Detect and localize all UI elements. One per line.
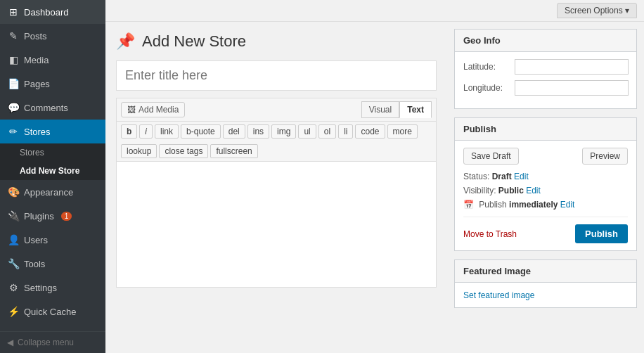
toolbar-btn-ol[interactable]: ol (318, 124, 336, 139)
editor-tabs: Visual Text (361, 101, 432, 118)
add-media-button[interactable]: 🖼 Add Media (121, 102, 185, 117)
toolbar-btn-lookup[interactable]: lookup (121, 144, 157, 158)
longitude-input[interactable] (515, 80, 629, 96)
page-title: Add New Store (142, 32, 246, 51)
settings-icon: ⚙ (7, 281, 20, 294)
sidebar: ⊞ Dashboard ✎ Posts ◧ Media 📄 Pages 💬 Co… (0, 0, 105, 353)
latitude-label: Latitude: (463, 62, 509, 72)
featured-image-box: Featured Image Set featured image (454, 259, 637, 308)
toolbar-btn-ins[interactable]: ins (247, 124, 269, 139)
preview-button[interactable]: Preview (582, 148, 628, 165)
screen-options-button[interactable]: Screen Options (557, 3, 637, 18)
publish-label: Publish (479, 200, 506, 210)
save-draft-button[interactable]: Save Draft (463, 148, 519, 165)
sidebar-item-stores[interactable]: ✏ Stores (0, 120, 105, 143)
publish-title: Publish (455, 118, 636, 141)
editor-body[interactable] (116, 161, 437, 288)
visibility-row: Visibility: Public Edit (463, 186, 628, 195)
toolbar-btn-li[interactable]: li (338, 124, 353, 139)
longitude-row: Longitude: (463, 80, 628, 96)
status-edit-link[interactable]: Edit (514, 172, 529, 181)
toolbar-btn-bold[interactable]: b (121, 124, 137, 139)
add-media-icon: 🖼 (127, 105, 136, 115)
sidebar-item-pages[interactable]: 📄 Pages (0, 72, 105, 96)
toolbar-btn-ul[interactable]: ul (298, 124, 316, 139)
sidebar-item-comments[interactable]: 💬 Comments (0, 96, 105, 120)
add-media-label: Add Media (139, 105, 179, 115)
toolbar-btn-italic[interactable]: i (139, 124, 153, 139)
toolbar-btn-code[interactable]: code (355, 124, 385, 139)
latitude-row: Latitude: (463, 59, 628, 75)
sidebar-item-posts[interactable]: ✎ Posts (0, 24, 105, 48)
visibility-edit-link[interactable]: Edit (526, 186, 541, 195)
sidebar-item-settings[interactable]: ⚙ Settings (0, 276, 105, 300)
publish-time-row: 📅 Publish immediately Edit (463, 200, 628, 210)
topbar: Screen Options (105, 0, 644, 22)
toolbar-top: 🖼 Add Media Visual Text (117, 98, 436, 122)
collapse-label: Collapse menu (18, 338, 74, 347)
geo-info-box: Geo Info Latitude: Longitude: (454, 29, 637, 109)
editor-toolbar: 🖼 Add Media Visual Text b i link b-quote… (116, 98, 437, 161)
sidebar-item-plugins[interactable]: 🔌 Plugins 1 (0, 204, 105, 228)
set-featured-image-link[interactable]: Set featured image (463, 290, 534, 300)
publish-immediately: immediately (509, 200, 558, 210)
submenu-item-stores[interactable]: Stores (0, 143, 105, 162)
tab-text[interactable]: Text (399, 101, 432, 118)
content-area: 📌 Add New Store 🖼 Add Media Visual Text (105, 22, 644, 353)
toolbar-btn-close-tags[interactable]: close tags (159, 144, 208, 158)
sidebar-item-label: Settings (24, 283, 57, 293)
collapse-menu-button[interactable]: ◀ Collapse menu (0, 332, 105, 353)
publish-time-edit-link[interactable]: Edit (560, 200, 575, 210)
sidebar-item-label: Pages (24, 79, 50, 89)
users-icon: 👤 (7, 233, 20, 246)
media-icon: ◧ (7, 53, 20, 66)
sidebar-item-quick-cache[interactable]: ⚡ Quick Cache (0, 300, 105, 323)
publish-box: Publish Save Draft Preview Status: Draft… (454, 117, 637, 251)
status-value: Draft (492, 172, 512, 181)
publish-row: Move to Trash Publish (463, 217, 628, 243)
page-title-icon: 📌 (116, 32, 135, 51)
calendar-icon: 📅 (463, 200, 474, 210)
sidebar-item-label: Comments (24, 103, 68, 113)
page-title-row: 📌 Add New Store (116, 32, 437, 51)
sidebar-item-tools[interactable]: 🔧 Tools (0, 252, 105, 276)
appearance-icon: 🎨 (7, 186, 20, 198)
geo-info-title: Geo Info (455, 30, 636, 52)
sidebar-item-users[interactable]: 👤 Users (0, 228, 105, 252)
latitude-input[interactable] (515, 59, 629, 75)
sidebar-item-label: Tools (24, 259, 45, 269)
move-to-trash-link[interactable]: Move to Trash (463, 229, 517, 239)
sidebar-item-label: Media (24, 55, 49, 65)
plugins-badge: 1 (61, 212, 72, 221)
stores-submenu: Stores Add New Store (0, 143, 105, 180)
toolbar-btn-img[interactable]: img (271, 124, 296, 139)
publish-body: Save Draft Preview Status: Draft Edit Vi… (455, 141, 636, 250)
quick-cache-icon: ⚡ (7, 305, 20, 318)
title-input[interactable] (116, 60, 437, 91)
toolbar-btn-link[interactable]: link (155, 124, 179, 139)
submenu-item-add-new-store[interactable]: Add New Store (0, 162, 105, 180)
sidebar-item-appearance[interactable]: 🎨 Appearance (0, 180, 105, 204)
sidebar-item-label: Posts (24, 31, 47, 41)
sidebar-item-label: Dashboard (24, 7, 69, 18)
plugins-icon: 🔌 (7, 210, 20, 222)
toolbar-btn-fullscreen[interactable]: fullscreen (210, 144, 257, 158)
featured-image-body: Set featured image (455, 283, 636, 307)
toolbar-btn-del[interactable]: del (223, 124, 245, 139)
editor-area: 📌 Add New Store 🖼 Add Media Visual Text (105, 22, 447, 353)
toolbar-btn-bquote[interactable]: b-quote (181, 124, 221, 139)
toolbar-btn-more[interactable]: more (387, 124, 418, 139)
sidebar-item-dashboard[interactable]: ⊞ Dashboard (0, 0, 105, 24)
publish-action-row: Save Draft Preview (463, 148, 628, 165)
dashboard-icon: ⊞ (7, 6, 20, 18)
longitude-label: Longitude: (463, 83, 509, 93)
tab-visual[interactable]: Visual (361, 101, 399, 118)
sidebar-item-media[interactable]: ◧ Media (0, 48, 105, 72)
pages-icon: 📄 (7, 77, 20, 90)
sidebar-item-label: Quick Cache (24, 307, 76, 317)
comments-icon: 💬 (7, 101, 20, 114)
publish-button[interactable]: Publish (575, 224, 628, 243)
sidebar-item-label: Users (24, 235, 48, 245)
featured-image-title: Featured Image (455, 260, 636, 283)
stores-icon: ✏ (7, 125, 20, 138)
